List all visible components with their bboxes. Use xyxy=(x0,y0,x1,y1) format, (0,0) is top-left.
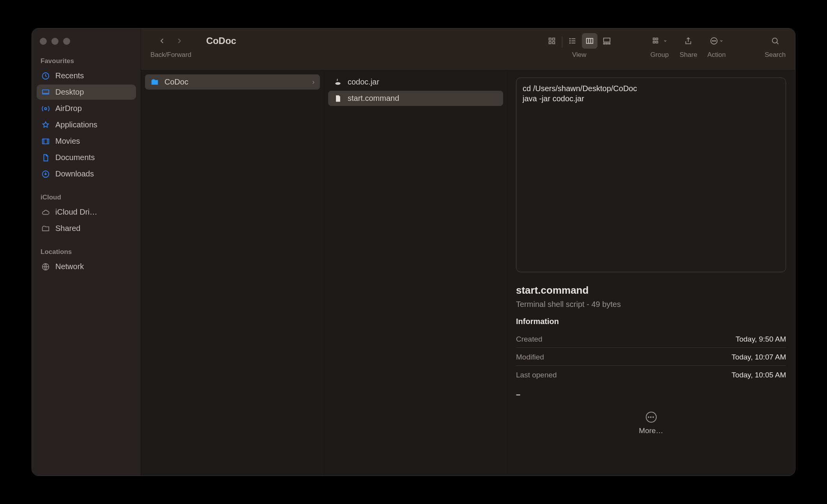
sidebar-item-desktop[interactable]: Desktop xyxy=(37,85,136,100)
sidebar-item-label: Downloads xyxy=(55,169,94,178)
airdrop-icon xyxy=(41,104,50,113)
more-icon[interactable]: ••• xyxy=(646,412,657,423)
preview-line-2: java -jar codoc.jar xyxy=(523,94,584,103)
info-label: Last opened xyxy=(516,371,557,379)
sidebar: Favourites Recents Desktop AirDrop Appli… xyxy=(32,28,141,476)
toolbar-group-label: Group xyxy=(650,51,669,59)
toolbar-action-group: Action xyxy=(707,33,726,59)
sidebar-item-label: iCloud Dri… xyxy=(55,208,97,217)
view-gallery-button[interactable] xyxy=(599,33,615,49)
sidebar-item-applications[interactable]: Applications xyxy=(37,117,136,132)
file-start-command[interactable]: start.command xyxy=(328,91,503,106)
sidebar-item-icloud-drive[interactable]: iCloud Dri… xyxy=(37,204,136,220)
sidebar-item-label: Movies xyxy=(55,137,80,146)
svg-point-11 xyxy=(569,41,570,41)
sidebar-section-locations: Locations xyxy=(37,246,136,259)
preview-subtitle: Terminal shell script - 49 bytes xyxy=(516,300,786,309)
svg-rect-8 xyxy=(549,42,551,44)
main-area: Back/Forward CoDoc xyxy=(141,28,795,476)
info-value: Today, 10:07 AM xyxy=(732,353,786,361)
sidebar-item-label: Desktop xyxy=(55,88,84,97)
view-icons-button[interactable] xyxy=(544,33,560,49)
info-value: Today, 9:50 AM xyxy=(735,335,786,344)
search-button[interactable] xyxy=(767,33,783,49)
sidebar-item-label: Documents xyxy=(55,153,95,162)
globe-icon xyxy=(41,263,50,271)
more-label[interactable]: More… xyxy=(639,426,663,435)
item-label: codoc.jar xyxy=(348,78,379,86)
svg-rect-13 xyxy=(587,39,593,44)
sidebar-section-favourites: Favourites xyxy=(37,55,136,68)
svg-rect-20 xyxy=(656,38,658,40)
jar-icon xyxy=(334,78,342,86)
toolbar-view-group: View xyxy=(544,33,615,59)
sidebar-item-airdrop[interactable]: AirDrop xyxy=(37,101,136,116)
sidebar-section-icloud: iCloud xyxy=(37,191,136,204)
window-title: CoDoc xyxy=(201,33,236,46)
toolbar-action-label: Action xyxy=(707,51,726,59)
svg-rect-6 xyxy=(549,38,551,41)
svg-point-25 xyxy=(715,41,716,41)
desktop-icon xyxy=(41,88,50,97)
svg-point-27 xyxy=(335,82,340,85)
clock-icon xyxy=(41,72,50,80)
sidebar-item-label: AirDrop xyxy=(55,104,82,113)
column-1: CoDoc › xyxy=(141,70,324,476)
group-button[interactable] xyxy=(649,33,670,49)
window-controls xyxy=(37,35,136,55)
sidebar-item-label: Recents xyxy=(55,71,84,80)
forward-button[interactable] xyxy=(171,33,187,49)
toolbar-view-label: View xyxy=(572,51,587,59)
svg-rect-17 xyxy=(608,43,610,44)
file-preview: cd /Users/shawn/Desktop/CoDoc java -jar … xyxy=(516,78,786,272)
info-row-created: Created Today, 9:50 AM xyxy=(516,331,786,348)
view-list-button[interactable] xyxy=(565,33,580,49)
svg-rect-16 xyxy=(606,43,608,44)
toolbar-share-group: Share xyxy=(680,33,697,59)
column-view: CoDoc › codoc.jar start.command xyxy=(141,70,795,476)
finder-window: Favourites Recents Desktop AirDrop Appli… xyxy=(32,28,795,476)
folder-codoc[interactable]: CoDoc › xyxy=(145,74,320,90)
sidebar-item-movies[interactable]: Movies xyxy=(37,134,136,149)
toolbar-group-group: Group xyxy=(649,33,670,59)
view-columns-button[interactable] xyxy=(582,33,597,49)
info-row-modified: Modified Today, 10:07 AM xyxy=(516,349,786,366)
chevron-right-icon: › xyxy=(312,78,315,86)
toolbar: Back/Forward CoDoc xyxy=(141,28,795,70)
document-icon xyxy=(41,153,50,162)
file-codoc-jar[interactable]: codoc.jar xyxy=(328,74,503,90)
svg-point-12 xyxy=(569,43,570,44)
file-icon xyxy=(334,94,342,103)
toolbar-search-label: Search xyxy=(765,51,786,59)
shared-folder-icon xyxy=(41,224,50,233)
share-button[interactable] xyxy=(680,33,696,49)
tags-placeholder: – xyxy=(516,384,786,411)
svg-rect-21 xyxy=(656,41,658,43)
svg-point-23 xyxy=(712,41,713,41)
toolbar-nav-label: Back/Forward xyxy=(150,51,191,59)
more-button-group: ••• More… xyxy=(516,412,786,435)
svg-rect-19 xyxy=(653,41,655,43)
action-button[interactable] xyxy=(707,33,726,49)
close-window-button[interactable] xyxy=(40,38,47,45)
sidebar-item-shared[interactable]: Shared xyxy=(37,221,136,236)
column-2: codoc.jar start.command xyxy=(324,70,507,476)
svg-rect-14 xyxy=(604,38,610,42)
information-heading: Information xyxy=(516,317,786,326)
back-button[interactable] xyxy=(154,33,170,49)
toolbar-search-group: Search xyxy=(765,33,786,59)
sidebar-item-documents[interactable]: Documents xyxy=(37,150,136,165)
sidebar-item-network[interactable]: Network xyxy=(37,259,136,274)
toolbar-share-label: Share xyxy=(680,51,697,59)
sidebar-item-downloads[interactable]: Downloads xyxy=(37,166,136,182)
minimize-window-button[interactable] xyxy=(51,38,58,45)
svg-rect-15 xyxy=(604,43,605,44)
svg-rect-3 xyxy=(42,139,49,144)
preview-column: cd /Users/shawn/Desktop/CoDoc java -jar … xyxy=(507,70,795,476)
preview-line-1: cd /Users/shawn/Desktop/CoDoc xyxy=(523,84,637,93)
sidebar-item-recents[interactable]: Recents xyxy=(37,68,136,83)
svg-rect-7 xyxy=(553,38,555,41)
info-label: Modified xyxy=(516,353,544,361)
info-row-last-opened: Last opened Today, 10:05 AM xyxy=(516,367,786,383)
zoom-window-button[interactable] xyxy=(63,38,70,45)
